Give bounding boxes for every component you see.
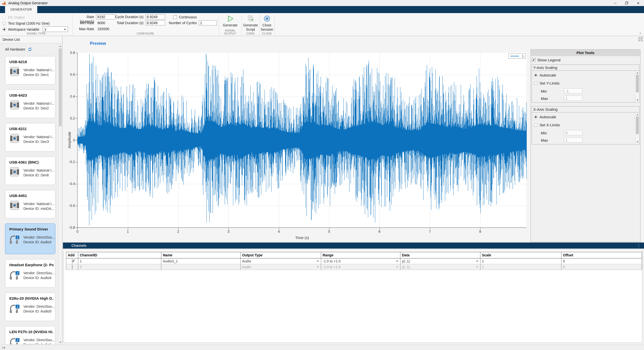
minimize-button[interactable] [609, 0, 621, 6]
x-group-scrollbar[interactable] [635, 113, 639, 144]
y-tick-label: 0.6 [62, 72, 75, 76]
daq-device-icon [9, 100, 20, 110]
waveform-plot-axes[interactable]: Amplitude Time (s) 1 -0.8-0.6-0.4-0.200.… [77, 53, 526, 228]
scrollbar-thumb[interactable] [59, 48, 62, 126]
rate-input[interactable] [96, 14, 115, 19]
dc-output-radio-row[interactable]: DC Output [3, 15, 25, 20]
y-set-limits-row[interactable]: Set Y-Limits [534, 81, 559, 85]
channel-row[interactable]: 2 Audio -1.0 to +1.0 y(:,1) 1 0 [66, 264, 642, 270]
close-button[interactable]: ✕ [632, 0, 644, 6]
scroll-up-icon[interactable] [636, 72, 638, 73]
x-autoscale-radio[interactable] [534, 115, 538, 119]
test-signal-radio-row[interactable]: Test Signal (1000 Hz Sine) [3, 21, 50, 26]
add-checkbox[interactable] [72, 259, 72, 263]
play-icon [226, 15, 234, 23]
device-card[interactable]: USB-6423 ♪ Vendor: Nati [5, 90, 55, 118]
device-card[interactable]: USB-6211 ♪ Vendor: Nati [5, 123, 55, 151]
device-card[interactable]: USB-6361 (BNC) ♪ Vendor [5, 157, 55, 185]
y-group-scrollbar[interactable] [635, 71, 639, 102]
device-card[interactable]: USB-6451 ♪ Vendor: Nati [5, 190, 55, 218]
y-tick-label: -0.8 [62, 225, 75, 229]
x-autoscale-row[interactable]: Autoscale [534, 115, 556, 119]
x-tick-label: 0 [77, 229, 79, 234]
device-card[interactable]: Primary Sound Driver ♪ [5, 223, 55, 254]
offset-cell[interactable]: 0 [561, 264, 642, 270]
y-tick-label: 0.8 [62, 51, 75, 55]
tab-generator[interactable]: GENERATOR [5, 6, 37, 13]
x-max-input[interactable] [564, 137, 583, 143]
scrollbar-thumb[interactable] [636, 116, 639, 134]
workspace-variable-dropdown[interactable]: y [43, 26, 68, 32]
rate-label: Rate (scans/s) [73, 15, 94, 19]
preview-figure-panel: Preview Amplitude Time (s) 1 -0.8-0.6-0.… [63, 36, 644, 242]
script-icon [247, 15, 254, 23]
scale-cell[interactable]: 1 [480, 264, 561, 270]
x-tick-label: 7 [429, 229, 431, 234]
data-cell[interactable]: y(:,1) [400, 264, 480, 270]
output-type-cell[interactable]: Audio [241, 258, 321, 264]
x-tick-label: 2 [177, 229, 179, 234]
add-cell[interactable] [66, 264, 78, 270]
test-signal-radio[interactable] [3, 22, 6, 25]
add-checkbox[interactable] [72, 265, 72, 269]
number-of-cycles-input[interactable] [199, 20, 217, 25]
expand-panel-icon[interactable] [638, 37, 643, 42]
x-set-limits-row[interactable]: Set X-Limits [534, 123, 560, 127]
generate-script-label-line1: Generate [243, 23, 258, 27]
plot-legend[interactable]: 1 [508, 54, 526, 59]
device-id: Device ID: Dev6 [23, 173, 49, 177]
scale-cell[interactable]: 1 [480, 258, 561, 264]
scroll-down-icon[interactable] [636, 141, 638, 143]
x-set-limits-radio[interactable] [534, 123, 538, 127]
cycle-duration-input[interactable] [145, 14, 165, 19]
column-header: Offset [561, 252, 642, 258]
status-bar [0, 345, 644, 350]
name-cell[interactable]: Audio3_1 [161, 258, 241, 264]
device-list-scrollbar[interactable] [58, 44, 62, 344]
x-min-input[interactable] [564, 130, 583, 135]
collapse-left-icon[interactable] [2, 346, 6, 350]
device-card[interactable]: LEN P27h-10 (NVIDIA Hi... ♪ [5, 326, 55, 344]
add-cell[interactable] [66, 258, 78, 264]
y-autoscale-row[interactable]: Autoscale [534, 73, 556, 77]
name-cell[interactable] [161, 264, 241, 270]
y-min-input[interactable] [564, 88, 583, 94]
offset-cell[interactable]: 0 [561, 258, 642, 264]
device-card[interactable]: E28u-20 (NVIDIA High D... ♪ [5, 293, 55, 321]
close-session-button[interactable]: Close Session [259, 15, 274, 34]
code-section-label: CODE [242, 32, 259, 35]
output-type-cell[interactable]: Audio [241, 264, 321, 270]
workspace-variable-radio-row[interactable]: Workspace Variable [3, 27, 39, 32]
channels-table: AddChannelIDNameOutput TypeRangeDataScal… [66, 252, 642, 270]
device-id: Device ID: Audio3 [23, 240, 51, 244]
channel-row[interactable]: 1 Audio3_1 Audio -1.0 to +1.0 y(:,1) 1 0 [66, 258, 642, 264]
scroll-up-icon[interactable] [59, 46, 61, 47]
show-legend-checkbox[interactable] [532, 58, 536, 62]
device-cards-list: USB-6218 ♪ Vendor: Nati [0, 53, 59, 344]
channels-menu-icon[interactable]: ⋮ [637, 243, 641, 249]
waveform-canvas[interactable] [78, 53, 527, 228]
scroll-down-icon[interactable] [636, 100, 638, 101]
range-cell[interactable]: -1.0 to +1.0 [321, 264, 400, 270]
data-cell[interactable]: y(:,1) [400, 258, 480, 264]
workspace-variable-radio[interactable] [3, 28, 6, 31]
scroll-down-icon[interactable] [59, 342, 61, 343]
scrollbar-thumb[interactable] [636, 75, 639, 92]
workspace-variable-value: y [45, 27, 46, 31]
dc-output-radio[interactable] [3, 16, 6, 19]
y-autoscale-radio[interactable] [534, 73, 538, 77]
generate-script-button[interactable]: Generate Script [242, 15, 259, 34]
device-card[interactable]: USB-6218 ♪ Vendor: Nati [5, 56, 55, 85]
collapse-ribbon-icon[interactable]: ▲ [639, 32, 641, 34]
legend-line-sample [510, 56, 519, 56]
y-max-input[interactable] [564, 96, 583, 101]
plot-tools-panel: Plot Tools Show Legend Y-Axis Scaling Au… [531, 49, 640, 242]
y-set-limits-radio[interactable] [534, 82, 538, 85]
range-cell[interactable]: -1.0 to +1.0 [321, 258, 400, 264]
total-duration-input[interactable] [145, 20, 165, 25]
continuous-checkbox[interactable] [173, 15, 177, 19]
restore-button[interactable] [621, 0, 632, 6]
scroll-up-icon[interactable] [636, 114, 638, 115]
refresh-icon[interactable] [28, 47, 32, 52]
device-card[interactable]: Headset Earphone (2- Pol... ♪ [5, 259, 55, 288]
